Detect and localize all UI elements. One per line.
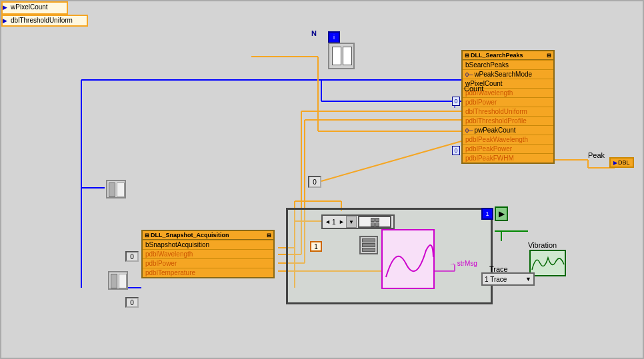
port-pdblPeakWavelength: pdblPeakWavelength bbox=[463, 135, 553, 144]
count-label: Count bbox=[464, 85, 483, 93]
port-pdblPeakPower: pdblPeakPower bbox=[463, 144, 553, 153]
dll-snapshot-block[interactable]: ⊞ DLL_Snapshot_Acquisition ⊞ bSnapshotAc… bbox=[141, 230, 275, 278]
peak-label: Peak bbox=[588, 151, 605, 159]
port-pdblPeakFWHM: pdblPeakFWHM bbox=[463, 153, 553, 163]
function-node: ▶ bbox=[495, 206, 508, 221]
port-pwPeakCount: 0─ pwPeakCount bbox=[463, 125, 553, 135]
array-ctrl-left bbox=[106, 180, 126, 198]
array-icon bbox=[328, 43, 355, 69]
wPixelCount-label: wPixelCount bbox=[11, 3, 48, 11]
svg-line-27 bbox=[321, 141, 461, 181]
count-box: i bbox=[328, 31, 340, 43]
trace-label: Trace bbox=[489, 265, 508, 273]
zero-ctrl-2[interactable]: 0 bbox=[125, 251, 139, 262]
vibration-label: Vibration bbox=[528, 241, 557, 249]
zero-ctrl-1[interactable]: 0 bbox=[308, 176, 321, 188]
zero-wPeakSearchMode: 0 bbox=[452, 97, 460, 106]
port-pdblThresholdProfile: pdblThresholdProfile bbox=[463, 116, 553, 125]
port-bSearchPeaks: bSearchPeaks bbox=[463, 60, 553, 69]
wPixelCount-terminal[interactable]: ▶ wPixelCount bbox=[1, 1, 68, 15]
bundle-icon bbox=[359, 236, 378, 254]
port-pdblPower: pdblPower bbox=[463, 97, 553, 107]
snapshot-port-pdblTemperature: pdblTemperature bbox=[143, 268, 273, 277]
waveform-block bbox=[381, 229, 435, 289]
one-ctrl[interactable]: 1 bbox=[310, 241, 322, 252]
vibration-indicator bbox=[529, 250, 566, 276]
snapshot-port-pdblWavelength: pdblWavelength bbox=[143, 249, 273, 258]
dblThresholdUniform-terminal[interactable]: ▶ dblThresholdUniform bbox=[1, 15, 88, 27]
zero-ctrl-3[interactable]: 0 bbox=[125, 297, 139, 308]
iteration-terminal: 1 bbox=[481, 208, 493, 220]
strmsg-label: → strMsg bbox=[449, 260, 477, 267]
loop-dropdown[interactable]: ◄ 1 ► ▼ bbox=[321, 214, 395, 229]
port-wPeakSearchMode: 0─ wPeakSearchMode bbox=[463, 69, 553, 79]
snapshot-port-pdblPower: pdblPower bbox=[143, 258, 273, 268]
zero-pwPeakCount: 0 bbox=[452, 146, 460, 155]
dll-search-peaks-header: ⊞ DLL_SearchPeaks ⊞ bbox=[463, 51, 553, 60]
array-ctrl-snapshot bbox=[108, 271, 128, 290]
labview-canvas: ▶ wPixelCount ▶ dblThresholdUniform N i … bbox=[0, 0, 644, 359]
port-dblThresholdUniform: dblThresholdUniform bbox=[463, 107, 553, 116]
dll-search-peaks-block[interactable]: ⊞ DLL_SearchPeaks ⊞ bSearchPeaks 0─ wPea… bbox=[461, 50, 555, 164]
dll-snapshot-header: ⊞ DLL_Snapshot_Acquisition ⊞ bbox=[143, 231, 273, 240]
peak-dbl-indicator: ▶ DBL bbox=[609, 157, 634, 168]
trace-dropdown[interactable]: 1 Trace ▼ bbox=[481, 272, 535, 286]
dblThresholdUniform-label: dblThresholdUniform bbox=[11, 17, 73, 24]
n-label: N bbox=[311, 29, 317, 37]
snapshot-port-bSnapshotAcquisition: bSnapshotAcquisition bbox=[143, 240, 273, 249]
